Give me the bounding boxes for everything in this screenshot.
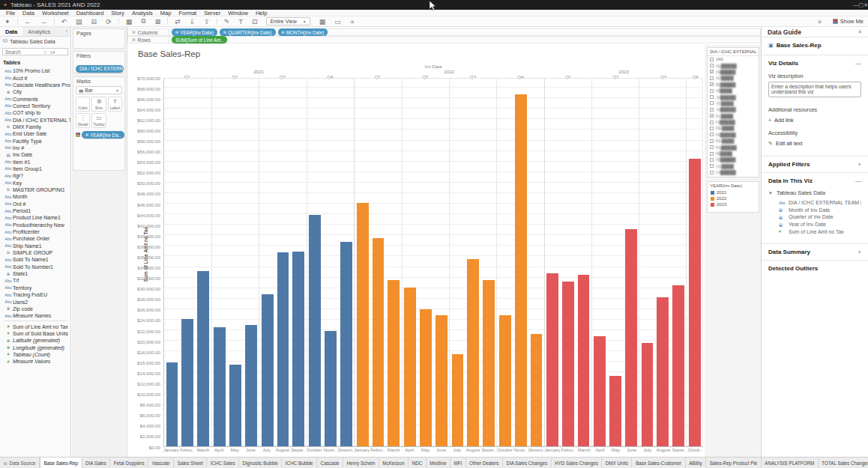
filter-pill[interactable]: DIA / ICHC EXTERN.. — [76, 65, 124, 73]
expand-icon[interactable]: + — [858, 249, 861, 255]
sheet-tab-ability[interactable]: ABility — [686, 458, 707, 468]
sheet-tab-analysis-platform[interactable]: ANALYSIS PLATFORM — [762, 458, 819, 468]
minimize-button[interactable]: — — [854, 2, 859, 7]
fix-axes-icon[interactable]: ⊡ — [247, 18, 262, 25]
sort-ascending-icon[interactable]: ⇩ — [185, 18, 200, 25]
viz-details-section[interactable]: Viz Details— — [768, 60, 861, 67]
field-t-f[interactable]: AbcT/f — [1, 277, 70, 284]
filter-item[interactable]: ✓Br█████ — [708, 82, 759, 88]
field-facility-type[interactable]: AbcFacility Type — [1, 137, 70, 144]
bar-2022-October[interactable] — [499, 315, 511, 446]
field-month[interactable]: AbcMonth — [1, 193, 70, 200]
size-button[interactable]: ⊚Size — [91, 97, 106, 112]
field-inv-date[interactable]: ▤Inv Date — [1, 151, 70, 158]
add-datasource-icon[interactable]: ⊟ — [87, 18, 102, 25]
filter-item[interactable]: Jn█████ — [708, 94, 759, 100]
sheet-tab-total-sales-changes[interactable]: TOTAL Sales Changes — [819, 458, 868, 468]
show-me-button[interactable]: Show Me — [833, 18, 864, 25]
checkbox-icon[interactable] — [710, 58, 714, 61]
field-product-line-name1[interactable]: AbcProduct Line Name1 — [1, 214, 70, 221]
field-item-group1[interactable]: AbcItem Group1 — [1, 165, 70, 172]
legend-item-2022[interactable]: 2022 — [708, 195, 759, 201]
guide-field-sum-of-line-amt-no-tax[interactable]: #Sum of Line Amt no Tax — [768, 228, 861, 235]
share-icon[interactable]: ∝ — [813, 18, 826, 25]
menu-server[interactable]: Server — [200, 10, 224, 16]
column-pill-month-inv-date-[interactable]: ⊞MONTH(Inv Date) — [278, 28, 328, 36]
field-sold-to-name1[interactable]: AbcSold To Name1 — [1, 256, 70, 263]
collapse-icon[interactable]: — — [855, 60, 861, 67]
field-cot-ship-to[interactable]: AbcCOT ship to — [1, 109, 70, 116]
save-icon[interactable]: ▤ — [71, 18, 87, 25]
add-link-button[interactable]: + Add link — [768, 117, 861, 124]
view-options-icon[interactable]: ≡▾ — [49, 49, 57, 55]
field-acct-[interactable]: AbcAcct # — [1, 74, 70, 81]
detected-outliers-section[interactable]: Detected Outliers — [768, 265, 861, 272]
checkbox-icon[interactable] — [710, 95, 714, 99]
sheet-tab-cascade[interactable]: Cascade — [317, 458, 343, 468]
search-input[interactable] — [3, 49, 42, 55]
bar-2023-Octob[interactable] — [689, 159, 701, 446]
checkbox-icon[interactable] — [710, 121, 714, 124]
sheet-tab-mfi[interactable]: MFI — [450, 458, 466, 468]
field-producthierarchy-new[interactable]: AbcProducthierarchy New — [1, 222, 70, 228]
field-master-grouping[interactable]: ⧉MASTER GROUPING — [1, 186, 70, 193]
bar-2021-August[interactable] — [277, 252, 289, 446]
filter-item[interactable]: (All) — [708, 56, 759, 62]
field-item-1[interactable]: AbcItem #1 — [1, 158, 70, 165]
bar-2023-July[interactable] — [642, 343, 654, 446]
sheet-tab-vascular[interactable]: Vascular — [148, 458, 174, 468]
bar-2022-June[interactable] — [435, 315, 447, 446]
checkbox-checked-icon[interactable]: ✓ — [710, 114, 714, 118]
bar-2023-January[interactable] — [546, 273, 558, 446]
guide-field-quarter-of-inv-date[interactable]: ▤Quarter of Inv Date — [768, 213, 861, 221]
bar-2022-Decem[interactable] — [531, 334, 543, 446]
checkbox-icon[interactable] — [710, 76, 714, 80]
field-city[interactable]: ⊕City — [1, 88, 70, 95]
field-comments[interactable]: AbcComments — [1, 95, 70, 102]
checkbox-icon[interactable] — [710, 139, 714, 143]
field-key[interactable]: AbcKey — [1, 180, 70, 186]
data-summary-section[interactable]: Data Summary+ — [768, 249, 861, 255]
bar-2023-March[interactable] — [578, 275, 590, 446]
filter-item[interactable]: JC████ — [708, 100, 759, 106]
checkbox-icon[interactable] — [710, 171, 714, 174]
tab-analytics[interactable]: Analytics — [22, 27, 55, 36]
checkbox-icon[interactable] — [710, 64, 714, 67]
bar-2022-Septe[interactable] — [483, 280, 495, 446]
sheet-tab-base-sales-customer[interactable]: Base Sales-Customer — [632, 458, 685, 468]
checkbox-icon[interactable] — [710, 152, 714, 156]
filter-item[interactable]: Ap█████ — [708, 62, 759, 68]
sheet-tab-ndc[interactable]: NDC — [409, 458, 427, 468]
viz-description-input[interactable] — [768, 82, 861, 97]
sheet-tab-base-sales-rep[interactable]: Base Sales-Rep — [40, 458, 82, 468]
filter-item[interactable]: Mi█████ — [708, 132, 759, 138]
checkbox-icon[interactable] — [710, 133, 714, 136]
field-simple-group[interactable]: ⧉SIMPLE GROUP — [1, 249, 70, 256]
menu-map[interactable]: Map — [157, 10, 175, 16]
filter-item[interactable]: Ki█████ — [708, 119, 759, 125]
field-ship-name1[interactable]: AbcShip Name1 — [1, 243, 70, 249]
bar-2021-April[interactable] — [214, 327, 226, 446]
filter-item[interactable]: ✓Ar█████ — [708, 69, 759, 75]
bar-2021-Febru[interactable] — [181, 319, 193, 446]
field-measure-names[interactable]: AbcMeasure Names — [1, 312, 70, 319]
menu-file[interactable]: File — [2, 10, 19, 16]
tooltip-button[interactable]: ▭Tooltip — [91, 113, 106, 128]
field-latitude-generated-[interactable]: ⊕Latitude (generated) — [1, 337, 70, 344]
field-sum-of-line-amt-no-tax[interactable]: #Sum of Line Amt no Tax — [1, 323, 70, 329]
filter-item[interactable]: Un████ — [708, 163, 759, 169]
menu-story[interactable]: Story — [107, 10, 128, 16]
datasource-row[interactable]: ⛁ Tableau Sales Data — [0, 37, 70, 46]
field-purchase-order[interactable]: AbcPurchase Order — [1, 235, 70, 242]
bar-2021-March[interactable] — [197, 271, 209, 446]
field-dmx-family[interactable]: ⧉DMX Family — [1, 124, 70, 130]
column-pill-year-inv-date-[interactable]: ⊞YEAR(Inv Date) — [172, 28, 217, 36]
field-period1[interactable]: AbcPeriod1 — [1, 207, 70, 214]
bar-2022-August[interactable] — [467, 259, 479, 446]
checkbox-icon[interactable] — [710, 101, 714, 105]
bar-2022-July[interactable] — [452, 354, 464, 446]
bar-2021-May[interactable] — [229, 365, 241, 446]
sheet-tab-sales-sheet[interactable]: Sales Sheet — [174, 458, 207, 468]
column-pill-quarter-inv-date-[interactable]: ⊞QUARTER(Inv Date) — [220, 28, 276, 36]
checkbox-icon[interactable] — [710, 158, 714, 162]
